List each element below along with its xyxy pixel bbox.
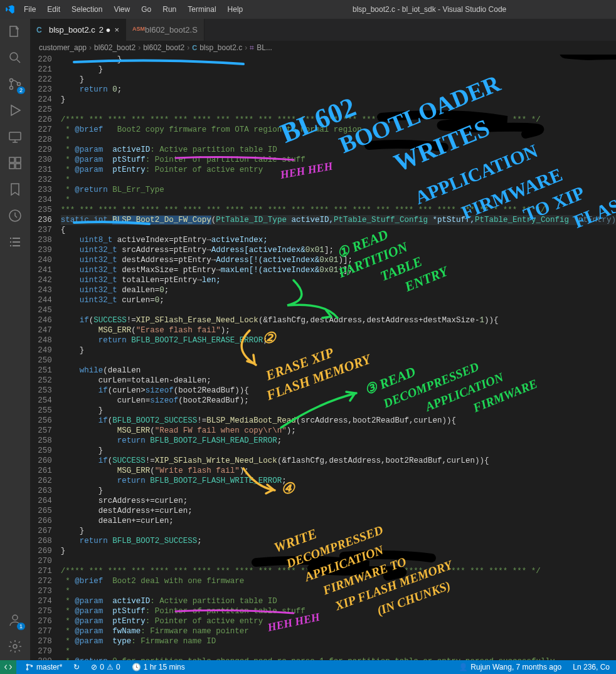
scm-badge: 2 (17, 87, 25, 94)
minimap[interactable] (578, 55, 616, 660)
menu-run[interactable]: Run (157, 3, 181, 16)
tab-label: blsp_boot2.c (49, 25, 95, 34)
svg-point-12 (26, 664, 28, 665)
code-editor[interactable]: 2202212222232242252262272282292302312322… (30, 55, 616, 660)
svg-rect-6 (16, 157, 21, 162)
menu-terminal[interactable]: Terminal (183, 3, 221, 16)
crumb[interactable]: customer_app (39, 43, 87, 52)
editor-area: C blsp_boot2.c 2 ● × ASM bl602_boot2.S c… (30, 19, 616, 660)
error-icon: ⊘ (91, 663, 97, 671)
status-bar: master* ↻ ⊘0 ⚠0 🕓1 hr 15 mins 👤Rujun Wan… (0, 660, 616, 674)
breadcrumbs[interactable]: customer_app› bl602_boot2› bl602_boot2› … (30, 41, 616, 55)
wakatime-status[interactable]: 🕓1 hr 15 mins (129, 663, 188, 671)
tab-dirty-indicator: 2 ● (99, 25, 111, 34)
bookmark-icon[interactable] (8, 182, 23, 197)
svg-rect-8 (16, 164, 21, 169)
accounts-badge: 1 (17, 623, 25, 630)
git-branch[interactable]: master* (23, 663, 65, 671)
menu-edit[interactable]: Edit (42, 3, 65, 16)
svg-point-14 (31, 665, 32, 666)
menu-help[interactable]: Help (223, 3, 248, 16)
svg-point-10 (13, 615, 18, 620)
crumb[interactable]: bl602_boot2 (94, 43, 135, 52)
tab-bl602-boot2-s[interactable]: ASM bl602_boot2.S (126, 19, 204, 41)
problems[interactable]: ⊘0 ⚠0 (88, 663, 122, 671)
svg-point-1 (10, 79, 13, 82)
source-control-icon[interactable]: 2 (8, 76, 23, 92)
svg-point-3 (18, 83, 21, 86)
crumb[interactable]: blsp_boot2.c (199, 43, 242, 52)
tab-label: bl602_boot2.S (145, 25, 198, 34)
tab-blsp-boot2-c[interactable]: C blsp_boot2.c 2 ● × (30, 19, 126, 41)
title-bar: File Edit Selection View Go Run Terminal… (0, 0, 616, 19)
menu-view[interactable]: View (109, 3, 135, 16)
menu-file[interactable]: File (19, 3, 41, 16)
c-file-icon: C (36, 26, 45, 34)
asm-file-icon: ASM (132, 26, 141, 34)
crumb-symbol-icon: ⌗ (250, 43, 254, 52)
list-icon[interactable] (8, 234, 23, 250)
run-debug-icon[interactable] (8, 103, 23, 118)
remote-indicator[interactable] (0, 660, 16, 674)
code-content[interactable]: } } } return 0;}/**** *** **** *** **** … (61, 55, 616, 660)
svg-point-2 (10, 87, 13, 90)
crumb[interactable]: bl602_boot2 (143, 43, 184, 52)
menu-go[interactable]: Go (136, 3, 156, 16)
wakatime-icon[interactable] (8, 208, 23, 223)
extensions-icon[interactable] (8, 155, 23, 171)
line-gutter: 2202212222232242252262272282292302312322… (30, 55, 61, 660)
crumb[interactable]: BL... (257, 43, 272, 52)
explorer-icon[interactable] (8, 24, 23, 39)
svg-point-13 (26, 668, 28, 670)
svg-rect-5 (9, 157, 14, 162)
settings-gear-icon[interactable] (8, 639, 23, 654)
cursor-position[interactable]: Ln 236, Co (570, 663, 612, 671)
vscode-logo-icon (5, 4, 15, 14)
window-title: blsp_boot2.c - bl_iot_sdk - Visual Studi… (248, 5, 611, 14)
clock-icon: 🕓 (132, 663, 141, 671)
menu-bar: File Edit Selection View Go Run Terminal… (19, 3, 248, 16)
sync-button[interactable]: ↻ (71, 663, 82, 671)
editor-tabs: C blsp_boot2.c 2 ● × ASM bl602_boot2.S (30, 19, 616, 41)
svg-rect-7 (9, 164, 14, 169)
warning-icon: ⚠ (107, 663, 114, 671)
remote-explorer-icon[interactable] (8, 129, 23, 144)
menu-selection[interactable]: Selection (66, 3, 107, 16)
accounts-icon[interactable]: 1 (8, 613, 23, 628)
person-icon: 👤 (459, 663, 468, 671)
svg-point-0 (10, 53, 18, 60)
activity-bar: 2 1 (0, 19, 30, 660)
close-icon[interactable]: × (114, 25, 119, 34)
svg-rect-4 (9, 132, 21, 140)
search-icon[interactable] (8, 50, 23, 65)
git-blame[interactable]: 👤Rujun Wang, 7 months ago (456, 663, 564, 671)
svg-point-11 (13, 645, 17, 648)
c-file-icon: C (192, 44, 197, 51)
